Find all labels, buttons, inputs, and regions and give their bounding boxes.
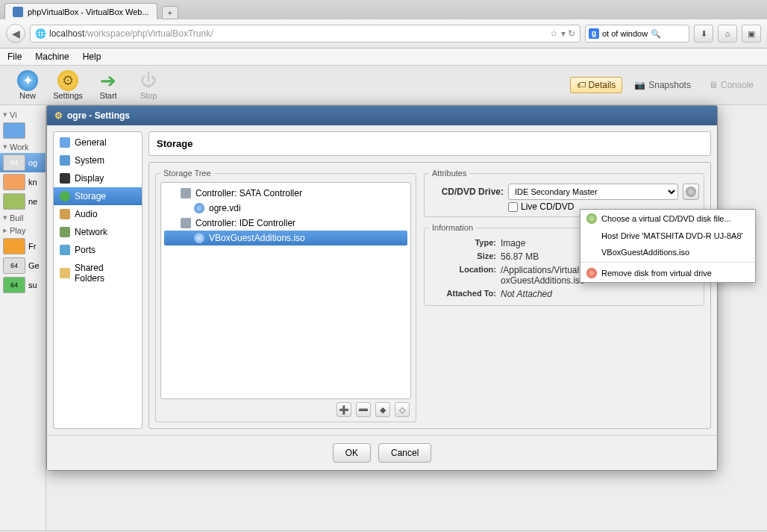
main-toolbar: ✦ New ⚙ Settings ➔ Start ⏻ Stop 🏷 Detail… [0, 66, 767, 105]
controller-icon [181, 188, 191, 198]
cat-ports[interactable]: Ports [54, 241, 142, 259]
storage-tree-group: Storage Tree Controller: SATA Controller… [155, 169, 416, 422]
add-controller-button[interactable]: ➕ [336, 402, 351, 417]
menu-file[interactable]: File [7, 51, 22, 62]
gear-icon: ⚙ [54, 110, 63, 121]
browser-tab[interactable]: phpVirtualBox - VirtualBox Web... [4, 3, 157, 19]
menu-help[interactable]: Help [83, 51, 101, 62]
choose-disk-button[interactable] [683, 184, 699, 200]
dialog-titlebar[interactable]: ⚙ ogre - Settings [47, 106, 717, 125]
attributes-group: Attributes CD/DVD Drive: IDE Secondary M… [424, 169, 704, 217]
folder-icon [60, 268, 70, 278]
tab-console: 🖥 Console [703, 78, 760, 93]
bookmarks-button[interactable]: ▣ [742, 25, 761, 43]
stop-button: ⏻ Stop [128, 69, 169, 101]
cat-shared[interactable]: Shared Folders [54, 259, 142, 287]
url-bar: ◀ 🌐 localhost /workspace/phpVirtualBoxTr… [0, 19, 767, 48]
live-cd-input[interactable] [508, 202, 518, 212]
popup-host-drive[interactable]: Host Drive 'MATSHITA DVD-R UJ-8A8' [580, 228, 755, 244]
cat-audio[interactable]: Audio [54, 205, 142, 223]
general-icon [60, 137, 70, 148]
attr-legend: Attributes [429, 169, 469, 178]
app-menu: File Machine Help [0, 48, 767, 66]
drive-select[interactable]: IDE Secondary Master [508, 184, 678, 200]
popup-iso[interactable]: VBoxGuestAdditions.iso [580, 244, 755, 260]
cancel-button[interactable]: Cancel [378, 443, 431, 463]
dialog-buttons: OK Cancel [47, 435, 717, 470]
disk-popup-menu: Choose a virtual CD/DVD disk file... Hos… [580, 209, 756, 283]
google-icon: g [589, 28, 599, 39]
network-icon [60, 227, 70, 237]
tab-details[interactable]: 🏷 Details [570, 77, 623, 93]
display-icon [60, 173, 70, 184]
url-host: localhost [49, 28, 84, 39]
new-vm-button[interactable]: ✦ New [7, 69, 48, 101]
ports-icon [60, 245, 70, 255]
settings-dialog: ⚙ ogre - Settings General System Display… [46, 105, 718, 471]
vm-item-ogre[interactable]: 64og [0, 153, 46, 172]
vm-group[interactable]: ▾Buil [0, 211, 46, 224]
add-attachment-button[interactable]: ◆ [375, 402, 390, 417]
new-icon: ✦ [17, 70, 38, 91]
vm-group[interactable]: ▾Vi [0, 108, 46, 121]
browser-chrome: phpVirtualBox - VirtualBox Web... + ◀ 🌐 … [0, 0, 767, 48]
system-icon [60, 155, 70, 166]
details-icon: 🏷 [577, 80, 586, 90]
vm-item[interactable]: kn [0, 172, 46, 192]
tab-snapshots[interactable]: 📷 Snapshots [628, 78, 697, 93]
remove-controller-button[interactable]: ➖ [356, 402, 371, 417]
folder-open-icon [586, 213, 597, 224]
start-button[interactable]: ➔ Start [88, 69, 128, 101]
url-actions: ☆ ▾ ↻ [550, 28, 575, 39]
location-label: Location: [429, 265, 496, 274]
cat-storage[interactable]: Storage [54, 187, 142, 205]
disk-ogre-vdi[interactable]: ogre.vdi [164, 201, 407, 216]
cat-system[interactable]: System [54, 151, 142, 169]
search-field[interactable]: g ot of window🔍 [585, 25, 689, 43]
vm-item[interactable]: Fr [0, 237, 46, 256]
tab-strip: phpVirtualBox - VirtualBox Web... + [0, 0, 767, 19]
vm-item[interactable]: ne [0, 192, 46, 211]
controller-sata[interactable]: Controller: SATA Controller [164, 186, 407, 201]
vm-thumb-icon: 64 [3, 257, 25, 274]
vm-group[interactable]: ▾Work [0, 140, 46, 153]
storage-icon [60, 191, 70, 201]
cat-network[interactable]: Network [54, 223, 142, 241]
popup-choose-file[interactable]: Choose a virtual CD/DVD disk file... [580, 210, 755, 228]
popup-remove-disk[interactable]: Remove disk from virtual drive [580, 264, 755, 282]
cat-display[interactable]: Display [54, 169, 142, 187]
vm-thumb-icon [3, 174, 25, 190]
search-text: ot of window [602, 29, 648, 38]
type-label: Type: [429, 238, 496, 247]
stop-icon: ⏻ [138, 70, 159, 91]
controller-ide[interactable]: Controller: IDE Controller [164, 216, 407, 231]
vm-item[interactable]: 64su [0, 275, 46, 295]
vm-group[interactable]: ▸Play [0, 224, 46, 237]
drive-label: CD/DVD Drive: [429, 187, 504, 197]
menu-machine[interactable]: Machine [35, 51, 69, 62]
home-button[interactable]: ⌂ [718, 25, 737, 43]
address-field[interactable]: 🌐 localhost /workspace/phpVirtualBoxTrun… [30, 25, 580, 43]
settings-button[interactable]: ⚙ Settings [48, 69, 88, 101]
gear-icon: ⚙ [57, 70, 78, 91]
ok-button[interactable]: OK [333, 443, 371, 463]
back-button[interactable]: ◀ [6, 24, 25, 43]
storage-tree[interactable]: Controller: SATA Controller ogre.vdi Con… [160, 182, 411, 399]
view-tabs: 🏷 Details 📷 Snapshots 🖥 Console [570, 77, 760, 93]
remove-attachment-button[interactable]: ◇ [395, 402, 410, 417]
size-label: Size: [429, 251, 496, 260]
cd-icon [686, 187, 696, 197]
download-button[interactable]: ⬇ [694, 25, 713, 43]
vm-thumb-icon: 64 [3, 154, 25, 171]
vm-item[interactable]: 64Ge [0, 256, 46, 275]
vm-item[interactable] [0, 121, 46, 140]
info-legend: Information [429, 223, 476, 232]
tab-title: phpVirtualBox - VirtualBox Web... [28, 7, 149, 16]
vm-sidebar: ▾Vi ▾Work 64og kn ne ▾Buil ▸Play Fr 64Ge… [0, 105, 46, 531]
new-tab-button[interactable]: + [162, 6, 178, 19]
disk-guest-additions[interactable]: VBoxGuestAdditions.iso [164, 231, 407, 245]
cat-general[interactable]: General [54, 134, 142, 151]
attached-value: Not Attached [501, 289, 699, 299]
cd-icon [194, 233, 204, 243]
hdd-icon [194, 203, 204, 213]
